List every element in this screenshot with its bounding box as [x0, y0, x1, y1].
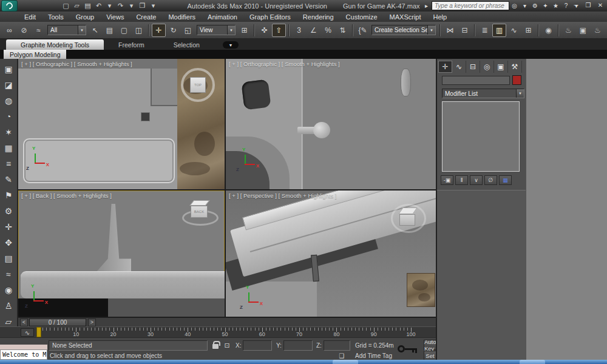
- render-setup-icon[interactable]: ♨: [561, 24, 575, 37]
- close-button[interactable]: ✕: [596, 1, 605, 9]
- manage-scene-icon[interactable]: ❐: [137, 1, 148, 11]
- utilities-tab[interactable]: ⚒: [508, 61, 522, 73]
- viewport-label[interactable]: [ + ] [ Perspective ] [ Smooth + Highlig…: [229, 192, 336, 199]
- y-coordinate-field[interactable]: [283, 340, 313, 351]
- viewport-bottom-right[interactable]: Y X Z [ + ] [ Perspective ] [ Smooth + H…: [226, 190, 436, 317]
- application-menu-button[interactable]: [1, 0, 18, 12]
- absolute-mode-transform-toggle-icon[interactable]: ⊡: [222, 340, 232, 350]
- search-caret-icon[interactable]: ▾: [520, 1, 530, 10]
- layer-manager-icon[interactable]: ≣: [478, 24, 492, 37]
- selection-filter-dropdown[interactable]: All▼: [47, 25, 86, 35]
- viewport-label[interactable]: [ + ] [ Orthographic ] [ Smooth + Highli…: [21, 61, 132, 67]
- windows-taskbar[interactable]: [0, 360, 607, 364]
- create-tab[interactable]: ✛: [438, 61, 452, 73]
- menu-create[interactable]: Create: [130, 12, 162, 22]
- taskbar-button[interactable]: [333, 360, 358, 364]
- modifier-list-dropdown[interactable]: Modifier List ▼: [442, 89, 524, 98]
- viewport-label[interactable]: [ + ] [ Back ] [ Smooth + Highlights ]: [21, 192, 112, 199]
- redo-icon[interactable]: ↷: [115, 1, 126, 11]
- menu-edit[interactable]: Edit: [18, 12, 42, 22]
- z-coordinate-field[interactable]: [324, 340, 350, 351]
- restore-button[interactable]: ❐: [584, 1, 592, 9]
- lathe-icon[interactable]: ◔: [1, 109, 16, 124]
- curve-editor-icon[interactable]: ∿: [507, 24, 521, 37]
- viewcube-top-face[interactable]: [189, 200, 209, 206]
- time-slider-handle[interactable]: 0 / 100: [29, 318, 86, 326]
- undo-icon[interactable]: ↶: [93, 1, 104, 11]
- modify-tab[interactable]: ∿: [452, 61, 466, 73]
- ribbon-minimize-button[interactable]: ▼: [223, 41, 239, 49]
- viewcube-back-face[interactable]: BACK: [191, 206, 208, 218]
- select-and-manipulate-icon[interactable]: ✜: [257, 24, 271, 37]
- taskbar-button[interactable]: [520, 360, 545, 364]
- menu-customize[interactable]: Customize: [340, 12, 384, 22]
- select-and-move-icon[interactable]: ✛: [152, 24, 166, 37]
- reference-coordinate-system-dropdown[interactable]: View▼: [197, 25, 236, 35]
- window-crossing-toggle-icon[interactable]: ◫: [132, 24, 146, 37]
- object-name-field[interactable]: [442, 76, 510, 85]
- mannequin-icon[interactable]: ♙: [1, 298, 16, 314]
- rectangular-selection-region-icon[interactable]: ▢: [117, 24, 131, 37]
- panel-tab-polygon-modeling[interactable]: Polygon Modeling: [4, 50, 66, 59]
- tab-freeform[interactable]: Freeform: [104, 39, 159, 50]
- cloth-shirt-icon[interactable]: ◪: [1, 77, 16, 93]
- search-input[interactable]: [432, 1, 509, 10]
- viewport-top-left[interactable]: TOP Y X Z [ + ] [ Orthographic ] [ Smoot…: [18, 59, 225, 189]
- set-key-mode-key-icon[interactable]: [398, 344, 418, 354]
- new-scene-icon[interactable]: ▢: [61, 1, 71, 11]
- menu-maxscript[interactable]: MAXScript: [384, 12, 427, 22]
- glove-icon[interactable]: ✥: [1, 235, 16, 251]
- pick-tool-icon[interactable]: ⚑: [1, 187, 16, 203]
- tab-selection[interactable]: Selection: [159, 39, 214, 50]
- dropdown-arrow-icon[interactable]: ▼: [78, 25, 86, 35]
- named-selection-sets-dropdown[interactable]: Create Selection Se▼: [371, 25, 436, 35]
- previous-frame-slider-button[interactable]: <: [20, 318, 28, 326]
- object-color-swatch[interactable]: [512, 75, 521, 85]
- select-and-scale-icon[interactable]: ◱: [181, 24, 195, 37]
- dropdown-arrow-icon[interactable]: ▼: [516, 89, 524, 98]
- add-time-tag-button[interactable]: Add Time Tag: [355, 351, 399, 360]
- selection-lock-toggle-icon[interactable]: [212, 344, 219, 349]
- percent-snap-toggle-icon[interactable]: %: [321, 24, 335, 37]
- open-file-icon[interactable]: ▱: [72, 1, 82, 11]
- viewport-label[interactable]: [ + ] [ Orthographic ] [ Smooth + Highli…: [229, 61, 340, 67]
- favorites-star-icon[interactable]: ★: [551, 1, 561, 10]
- cross-tool-icon[interactable]: ✛: [1, 219, 16, 235]
- hierarchy-tab[interactable]: ⊟: [466, 61, 480, 73]
- minimize-button[interactable]: ─: [572, 1, 580, 9]
- menu-tools[interactable]: Tools: [42, 12, 70, 22]
- select-and-link-icon[interactable]: ∞: [2, 24, 16, 37]
- marker-pen-icon[interactable]: ✎: [1, 172, 16, 187]
- undo-caret-icon[interactable]: ▾: [104, 1, 115, 11]
- motion-tab[interactable]: ◎: [480, 61, 494, 73]
- menu-rendering[interactable]: Rendering: [297, 12, 340, 22]
- remove-modifier-button[interactable]: ∅: [484, 175, 497, 185]
- schematic-view-icon[interactable]: ⊞: [521, 24, 535, 37]
- angle-snap-toggle-icon[interactable]: ∠: [307, 24, 320, 37]
- polygon-modeling-cubes-icon[interactable]: ▣: [1, 61, 16, 77]
- display-tab[interactable]: ▣: [494, 61, 508, 73]
- viewport-bottom-left-active[interactable]: BACK Y X Z [ + ] [ Back ] [ Smooth + Hig…: [18, 190, 225, 317]
- unlink-selection-icon[interactable]: ⊘: [17, 24, 31, 37]
- select-object-icon[interactable]: ↖: [88, 24, 102, 37]
- coils-stack-icon[interactable]: ≡: [1, 156, 16, 172]
- rendered-frame-window-icon[interactable]: ▣: [576, 24, 590, 37]
- select-and-rotate-icon[interactable]: ↻: [166, 24, 180, 37]
- checker-icon[interactable]: ▦: [1, 140, 16, 156]
- mirror-icon[interactable]: ⋈: [443, 24, 457, 37]
- star-figure-icon[interactable]: ✶: [1, 124, 16, 140]
- snaps-toggle-3d-icon[interactable]: 3: [292, 24, 306, 37]
- dropdown-arrow-icon[interactable]: ▼: [227, 25, 235, 35]
- dropdown-arrow-icon[interactable]: ▼: [427, 25, 435, 35]
- redo-caret-icon[interactable]: ▾: [126, 1, 137, 11]
- align-icon[interactable]: ⊟: [458, 24, 472, 37]
- render-production-icon[interactable]: ♨: [591, 24, 605, 37]
- welcome-window-title[interactable]: Welcome to M: [0, 349, 47, 360]
- binoculars-search-icon[interactable]: ◎: [509, 1, 520, 10]
- pin-stack-button[interactable]: -▣: [441, 175, 453, 185]
- search-go-icon[interactable]: ▸: [421, 1, 432, 10]
- configure-modifier-sets-button[interactable]: ▦: [499, 175, 512, 185]
- save-file-icon[interactable]: ▤: [83, 1, 93, 11]
- bind-to-space-warp-icon[interactable]: ≈: [32, 24, 46, 37]
- viewport-top-right[interactable]: Y X Z [ + ] [ Orthographic ] [ Smooth + …: [226, 59, 436, 189]
